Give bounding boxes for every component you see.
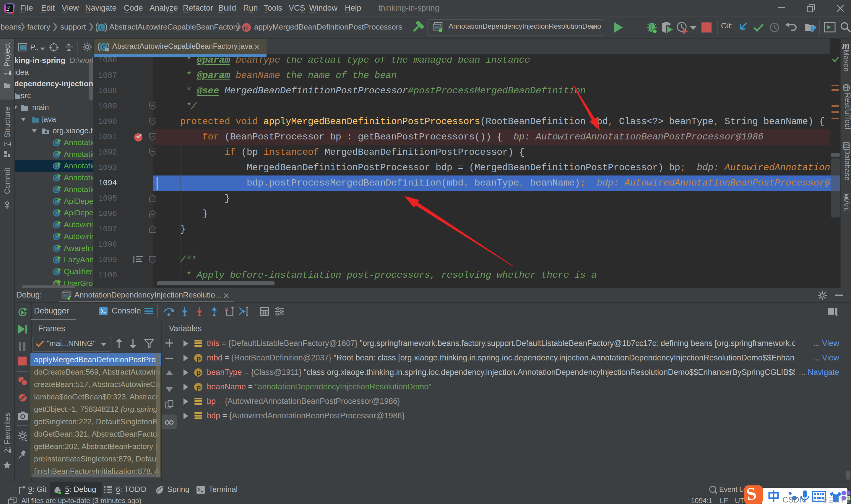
svg-text:p: p xyxy=(197,369,201,376)
svg-text:C: C xyxy=(99,24,104,31)
svg-text:m: m xyxy=(244,24,249,31)
svg-text:p: p xyxy=(197,355,201,362)
svg-text:IJ: IJ xyxy=(6,5,10,10)
svg-text:p: p xyxy=(197,383,201,391)
